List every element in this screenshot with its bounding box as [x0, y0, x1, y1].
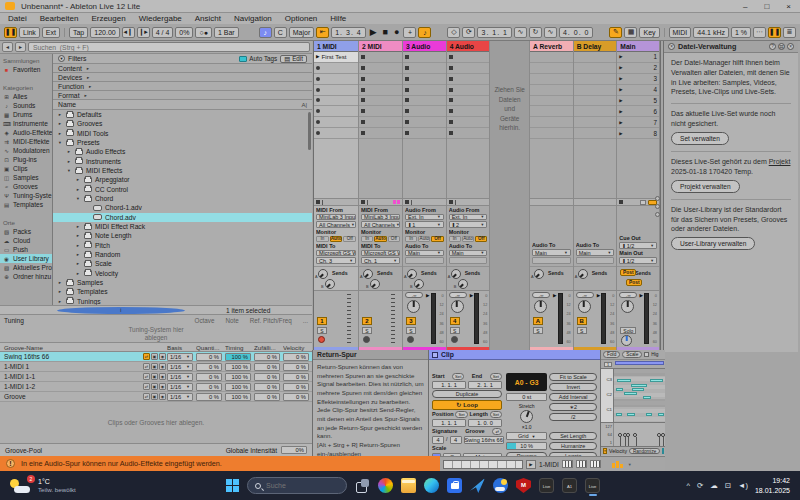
output-type-menu[interactable]: Main▼: [405, 250, 444, 257]
link-toggle[interactable]: Link: [19, 27, 40, 38]
add-interval-button[interactable]: Add Interval: [549, 393, 597, 401]
hot-swap-icon[interactable]: ⇄: [143, 393, 150, 400]
loop-button[interactable]: ↻Loop: [432, 400, 502, 410]
project-link[interactable]: Projekt: [769, 158, 791, 165]
re-enable-automation-icon[interactable]: ⟳: [462, 27, 475, 38]
track-activator[interactable]: A: [533, 317, 543, 325]
monitor-in[interactable]: In: [316, 236, 329, 243]
send-a-knob[interactable]: [363, 269, 373, 279]
back-button[interactable]: ◄: [2, 42, 13, 52]
velocity-marker[interactable]: [661, 433, 665, 437]
midi-note[interactable]: [658, 413, 664, 416]
clip-slot[interactable]: [530, 74, 573, 85]
key-scale-menu[interactable]: Major: [289, 27, 315, 38]
clip-slot[interactable]: [314, 117, 358, 128]
set-position-button[interactable]: Set: [455, 411, 467, 418]
clip-slot[interactable]: [314, 96, 358, 107]
send-b-knob[interactable]: [370, 279, 380, 289]
close-icon[interactable]: ×: [787, 43, 794, 50]
clip-slot[interactable]: [403, 117, 446, 128]
back-to-arrangement-icon[interactable]: [640, 200, 646, 205]
monitor-in[interactable]: In: [405, 236, 417, 243]
stop-clips-icon[interactable]: [405, 200, 409, 204]
pan-knob[interactable]: [407, 300, 420, 313]
clip-slot[interactable]: [403, 128, 446, 139]
menu-wiedergabe[interactable]: Wiedergabe: [139, 14, 182, 23]
loop-toggle-icon[interactable]: ↻: [529, 27, 542, 38]
preview-icon[interactable]: ◉: [159, 353, 166, 360]
clip-slot[interactable]: [359, 63, 402, 74]
hidden-icons-chevron[interactable]: ^: [686, 481, 690, 490]
velocity-marker[interactable]: [618, 433, 622, 437]
clip-start-field[interactable]: 1. 1. 1: [432, 381, 466, 389]
set-end-button[interactable]: Set: [490, 373, 502, 380]
drop-zone-column[interactable]: Ziehen Sie Dateien und Geräte hierhin.: [490, 41, 530, 350]
track-header-1-midi[interactable]: 1 MIDI: [314, 41, 358, 52]
manage-set-button[interactable]: Set verwalten: [671, 132, 729, 145]
scene-play-icon[interactable]: ▶: [619, 54, 622, 59]
a1-icon[interactable]: A1: [562, 478, 577, 493]
velocity-field[interactable]: 0 %: [283, 353, 309, 361]
scene-play-icon[interactable]: ▶: [619, 131, 622, 136]
fader-handle-icon[interactable]: ▶: [639, 293, 643, 298]
tree-item-midi-effects[interactable]: ▾MIDI Effects: [53, 166, 312, 175]
overview-toggle-icon[interactable]: ≣: [783, 27, 796, 38]
midi-note[interactable]: [646, 413, 652, 416]
security-icon[interactable]: ⊡: [725, 481, 731, 490]
main-out-menu[interactable]: ❚1/2▼: [619, 257, 657, 264]
send-a-knob[interactable]: [534, 269, 544, 279]
clip-slot[interactable]: [359, 128, 402, 139]
timing-field[interactable]: 100 %: [225, 383, 251, 391]
play-button[interactable]: ▶: [370, 27, 377, 37]
input-type-menu[interactable]: MiniLab 3 Inpu▼: [361, 214, 400, 221]
solo-button[interactable]: S: [533, 327, 543, 334]
clip-slot[interactable]: [403, 74, 446, 85]
network-icon[interactable]: ⟳: [697, 481, 703, 490]
preview-icon[interactable]: ◉: [159, 393, 166, 400]
scene-play-icon[interactable]: ▶: [619, 87, 622, 92]
expander-icon[interactable]: ▸: [66, 159, 72, 164]
tuning-drop-zone[interactable]: Tuning-System hier ablegen: [0, 326, 312, 342]
cpu-meter[interactable]: 1 %: [731, 27, 751, 38]
expander-icon[interactable]: ▸: [57, 121, 63, 126]
track-stop-row[interactable]: [403, 198, 446, 206]
midi-note[interactable]: [632, 388, 643, 391]
expander-icon[interactable]: ▸: [75, 177, 81, 182]
track-header-4-audio[interactable]: 4 Audio: [447, 41, 490, 52]
velocity-lane[interactable]: [614, 423, 665, 446]
manage-user-library-button[interactable]: User-Library verwalten: [671, 237, 755, 250]
category-modulatoren[interactable]: ∿Modulatoren: [0, 146, 52, 155]
sends-toggle-icon[interactable]: [655, 204, 660, 209]
timing-field[interactable]: 100 %: [225, 393, 251, 401]
piano-lane-icon-2[interactable]: [576, 460, 587, 468]
scene-play-icon[interactable]: ▶: [619, 109, 622, 114]
clip-slot[interactable]: [359, 52, 402, 63]
input-type-menu[interactable]: Ext. In▼: [405, 214, 444, 221]
help-icon[interactable]: ?: [769, 43, 776, 50]
random-field[interactable]: 0 %: [254, 393, 280, 401]
clip-slot[interactable]: [447, 63, 490, 74]
clip-slot[interactable]: [403, 85, 446, 96]
velocity-field[interactable]: 0 %: [283, 383, 309, 391]
mcafee-icon[interactable]: M: [516, 478, 531, 493]
filter-section-content[interactable]: Content▸: [53, 64, 312, 73]
track-stop-row[interactable]: [530, 198, 573, 206]
expander-icon[interactable]: ▸: [66, 149, 72, 154]
output-type-menu[interactable]: Microsoft GS W▼: [361, 250, 400, 257]
clip-slot[interactable]: [530, 85, 573, 96]
timing-field[interactable]: 100 %: [225, 363, 251, 371]
nudge-up-icon[interactable]: ❙▸: [137, 27, 150, 38]
velocity-field[interactable]: 0 %: [283, 363, 309, 371]
track-stop-row[interactable]: [617, 198, 659, 206]
clip-slot[interactable]: [359, 117, 402, 128]
input-channel-menu[interactable]: ❚1▼: [405, 221, 444, 228]
monitor-off[interactable]: Off: [431, 236, 443, 243]
arm-button[interactable]: [407, 336, 414, 343]
random-field[interactable]: 0 %: [254, 363, 280, 371]
onedrive-icon[interactable]: ☁: [710, 481, 718, 490]
tree-item-chord-1-adv[interactable]: Chord-1.adv: [53, 203, 312, 212]
menu-erzeugen[interactable]: Erzeugen: [91, 14, 125, 23]
expander-icon[interactable]: ▸: [75, 224, 81, 229]
groove-col-timing[interactable]: Timing: [225, 344, 254, 351]
solo-button[interactable]: S: [450, 327, 460, 334]
